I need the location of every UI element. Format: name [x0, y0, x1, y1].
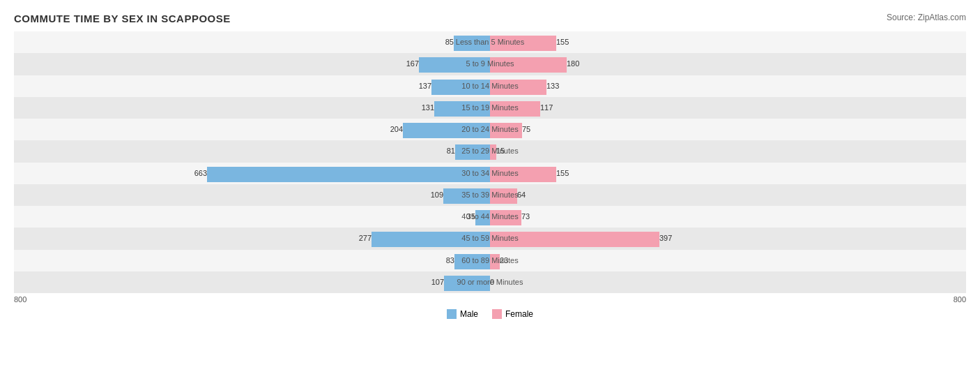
female-value: 155	[556, 38, 569, 46]
male-value: 167	[406, 59, 419, 68]
male-value: 83	[446, 256, 454, 265]
axis-labels: 800 800	[14, 295, 966, 304]
table-row: 811525 to 29 Minutes	[14, 140, 966, 162]
table-row: 1671805 to 9 Minutes	[14, 53, 966, 75]
male-value: 85	[445, 38, 454, 46]
row-label: 5 to 9 Minutes	[466, 59, 514, 68]
table-row: 1096435 to 39 Minutes	[14, 184, 966, 206]
table-row: 2047520 to 24 Minutes	[14, 119, 966, 140]
row-label: 30 to 34 Minutes	[461, 169, 518, 177]
chart-area: 85155Less than 5 Minutes1671805 to 9 Min…	[14, 31, 966, 314]
female-value: 180	[567, 59, 579, 68]
table-row: 27739745 to 59 Minutes	[14, 228, 966, 249]
rows-container: 85155Less than 5 Minutes1671805 to 9 Min…	[14, 31, 966, 293]
legend: Male Female	[14, 309, 966, 319]
row-label: 15 to 19 Minutes	[461, 103, 518, 112]
table-row: 85155Less than 5 Minutes	[14, 31, 966, 53]
row-label: 45 to 59 Minutes	[461, 234, 518, 242]
row-label: Less than 5 Minutes	[456, 38, 524, 46]
axis-left-label: 800	[14, 295, 26, 304]
table-row: 832360 to 89 Minutes	[14, 250, 966, 271]
female-value: 75	[522, 125, 530, 133]
legend-male: Male	[447, 309, 478, 319]
male-value: 137	[419, 82, 431, 90]
legend-male-box	[447, 309, 457, 319]
male-value: 109	[431, 191, 443, 199]
legend-female-label: Female	[505, 309, 533, 319]
female-value: 73	[521, 212, 530, 221]
male-bar	[207, 167, 490, 182]
legend-male-label: Male	[460, 309, 478, 319]
legend-female: Female	[492, 309, 533, 319]
chart-container: COMMUTE TIME BY SEX IN SCAPPOOSE Source:…	[0, 0, 980, 365]
male-value: 81	[447, 147, 455, 155]
row-label: 90 or more Minutes	[457, 278, 523, 286]
female-value: 397	[659, 234, 672, 242]
row-label: 40 to 44 Minutes	[461, 212, 518, 221]
row-label: 60 to 89 Minutes	[461, 256, 518, 265]
table-row: 66315530 to 34 Minutes	[14, 163, 966, 184]
table-row: 357340 to 44 Minutes	[14, 206, 966, 228]
row-label: 20 to 24 Minutes	[461, 125, 518, 133]
table-row: 107090 or more Minutes	[14, 271, 966, 293]
male-value: 204	[390, 125, 403, 133]
male-value: 663	[194, 169, 207, 177]
female-value: 155	[556, 169, 569, 177]
source-label: Source: ZipAtlas.com	[887, 13, 966, 22]
row-label: 25 to 29 Minutes	[461, 147, 518, 155]
female-value: 133	[546, 82, 559, 90]
table-row: 13713310 to 14 Minutes	[14, 75, 966, 97]
male-value: 131	[422, 103, 434, 112]
axis-right-label: 800	[954, 295, 966, 304]
male-value: 277	[359, 234, 372, 242]
row-label: 35 to 39 Minutes	[461, 191, 518, 199]
row-label: 10 to 14 Minutes	[461, 82, 518, 90]
chart-title: COMMUTE TIME BY SEX IN SCAPPOOSE	[14, 13, 966, 24]
legend-female-box	[492, 309, 502, 319]
male-value: 107	[431, 278, 444, 286]
female-value: 64	[517, 191, 526, 199]
table-row: 13111715 to 19 Minutes	[14, 97, 966, 119]
female-value: 117	[540, 103, 553, 112]
